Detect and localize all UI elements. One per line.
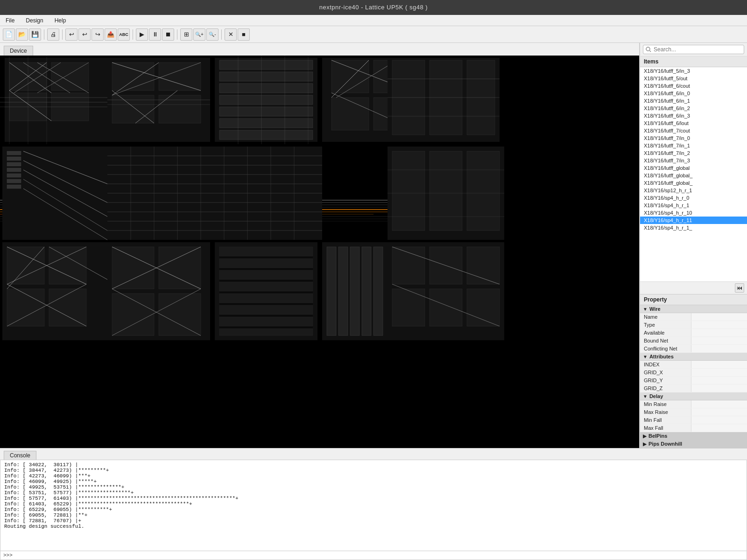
right-panel: Items X18/Y16/lutff_5/in_3X18/Y16/lutff_… [640, 43, 747, 448]
list-item[interactable]: X18/Y16/lutff_6/lout [640, 119, 747, 127]
stop-button[interactable]: ⏹ [162, 28, 174, 41]
prop-name-val [691, 313, 747, 321]
svg-rect-137 [219, 329, 313, 336]
svg-rect-109 [7, 247, 44, 284]
list-item[interactable]: X18/Y16/lutff_7/in_0 [640, 134, 747, 142]
abc-button[interactable]: ABC [118, 28, 130, 41]
svg-rect-140 [338, 247, 348, 336]
console-tab[interactable]: Console [4, 451, 36, 460]
menu-file[interactable]: File [4, 16, 16, 25]
svg-rect-22 [159, 63, 201, 91]
list-item[interactable]: X18/Y16/lutff_7/in_3 [640, 157, 747, 164]
console-input[interactable] [14, 553, 744, 558]
belpins-section-header[interactable]: ▶ BelPins [640, 432, 747, 440]
list-item[interactable]: X18/Y16/lutff_6/in_1 [640, 97, 747, 105]
prop-minfall-row: Min Fall [640, 416, 747, 424]
wire-section-label: Wire [649, 306, 661, 312]
redo-button[interactable]: ↪ [92, 28, 104, 41]
zoom-fit-button[interactable]: ⊞ [180, 28, 192, 41]
svg-rect-23 [159, 95, 201, 123]
list-item[interactable]: X18/Y16/sp4_h_r_1 [640, 202, 747, 209]
prop-maxraise-row: Max Raise [640, 408, 747, 416]
svg-rect-139 [327, 247, 336, 336]
svg-rect-136 [219, 317, 313, 326]
list-item[interactable]: X18/Y16/lutff_6/in_3 [640, 112, 747, 119]
toolbar-sep-3 [133, 29, 133, 40]
svg-rect-148 [430, 289, 462, 326]
attributes-section-label: Attributes [649, 354, 674, 359]
list-item[interactable]: X18/Y16/lutff_global_ [640, 179, 747, 187]
list-item[interactable]: X18/Y16/lutff_6/cout [640, 82, 747, 90]
svg-rect-120 [112, 247, 154, 289]
export-button[interactable]: 📤 [105, 28, 117, 41]
svg-rect-21 [112, 95, 154, 123]
property-panel: Property ▼ Wire Name Type Available [640, 294, 747, 448]
save-button[interactable]: 💾 [29, 28, 41, 41]
svg-rect-102 [392, 151, 425, 231]
list-item[interactable]: X18/Y16/sp12_h_r_1 [640, 187, 747, 194]
list-item[interactable]: X18/Y16/sp4_h_r_1_ [640, 224, 747, 231]
menu-design[interactable]: Design [24, 16, 45, 25]
new-button[interactable]: 📄 [3, 28, 15, 41]
navigate-to-item-button[interactable]: ⏮ [735, 283, 744, 293]
list-item[interactable]: X18/Y16/lutff_5/in_3 [640, 67, 747, 75]
prop-conflicting-row: Conflicting Net [640, 345, 747, 353]
prop-index-key: INDEX [640, 361, 691, 368]
delay-section-header[interactable]: ▼ Delay [640, 392, 747, 400]
prop-boundnet-key: Bound Net [640, 337, 691, 344]
items-list[interactable]: X18/Y16/lutff_5/in_3X18/Y16/lutff_5/outX… [640, 67, 747, 281]
play-button[interactable]: ▶ [136, 28, 148, 41]
list-item[interactable]: X18/Y16/lutff_5/out [640, 75, 747, 82]
property-label: Property [640, 294, 747, 305]
canvas-area[interactable] [0, 56, 639, 448]
list-item[interactable]: X18/Y16/lutff_global_ [640, 172, 747, 179]
list-item[interactable]: X18/Y16/lutff_7/cout [640, 127, 747, 134]
svg-rect-150 [467, 289, 500, 326]
svg-rect-32 [219, 60, 313, 70]
prop-boundnet-row: Bound Net [640, 337, 747, 345]
menu-help[interactable]: Help [53, 16, 68, 25]
attributes-section-header[interactable]: ▼ Attributes [640, 353, 747, 361]
prop-maxfall-val [691, 424, 747, 432]
cancel-button[interactable]: ■ [238, 28, 250, 41]
prop-maxfall-key: Max Fall [640, 424, 691, 432]
svg-rect-77 [7, 185, 21, 189]
open-button[interactable]: 📂 [16, 28, 28, 41]
svg-rect-72 [7, 157, 21, 161]
undo2-button[interactable]: ↩ [78, 28, 91, 41]
list-item[interactable]: X18/Y16/lutff_7/in_1 [640, 142, 747, 149]
toolbar-sep-4 [177, 29, 177, 40]
list-item[interactable]: X18/Y16/lutff_6/in_2 [640, 105, 747, 112]
pause-button[interactable]: ⏸ [149, 28, 161, 41]
svg-rect-45 [331, 98, 369, 130]
svg-rect-71 [7, 151, 21, 155]
list-item[interactable]: X18/Y16/sp4_h_r_10 [640, 209, 747, 217]
title-text: nextpnr-ice40 - Lattice UP5K ( sg48 ) [319, 4, 428, 11]
zoom-in-button[interactable]: 🔍+ [193, 28, 205, 41]
prop-available-val [691, 329, 747, 336]
prop-maxraise-val [691, 408, 747, 416]
device-tab[interactable]: Device [4, 46, 33, 56]
svg-rect-44 [331, 60, 369, 93]
svg-rect-76 [7, 179, 21, 183]
pips-downhill-section-header[interactable]: ▶ Pips Downhill [640, 440, 747, 448]
list-item[interactable]: X18/Y16/lutff_6/in_0 [640, 90, 747, 97]
list-item[interactable]: X18/Y16/lutff_7/in_2 [640, 149, 747, 157]
svg-rect-35 [219, 95, 313, 105]
svg-rect-20 [112, 63, 154, 91]
list-item[interactable]: X18/Y16/lutff_global [640, 164, 747, 172]
top-area: Device [0, 43, 747, 448]
wire-section-header[interactable]: ▼ Wire [640, 305, 747, 313]
svg-rect-112 [49, 289, 86, 326]
zoom-out-button[interactable]: 🔍- [206, 28, 218, 41]
svg-rect-103 [430, 151, 462, 231]
undo-button[interactable]: ↩ [65, 28, 78, 41]
prop-gridx-val [691, 369, 747, 376]
search-input[interactable] [643, 45, 744, 54]
list-item[interactable]: X18/Y16/sp4_h_r_0 [640, 194, 747, 202]
prop-index-row: INDEX [640, 361, 747, 369]
belpins-expand-icon: ▶ [643, 434, 647, 439]
list-item[interactable]: X18/Y16/sp4_h_r_11 [640, 217, 747, 224]
select-button[interactable]: ✕ [225, 28, 237, 41]
print-button[interactable]: 🖨 [47, 28, 59, 41]
